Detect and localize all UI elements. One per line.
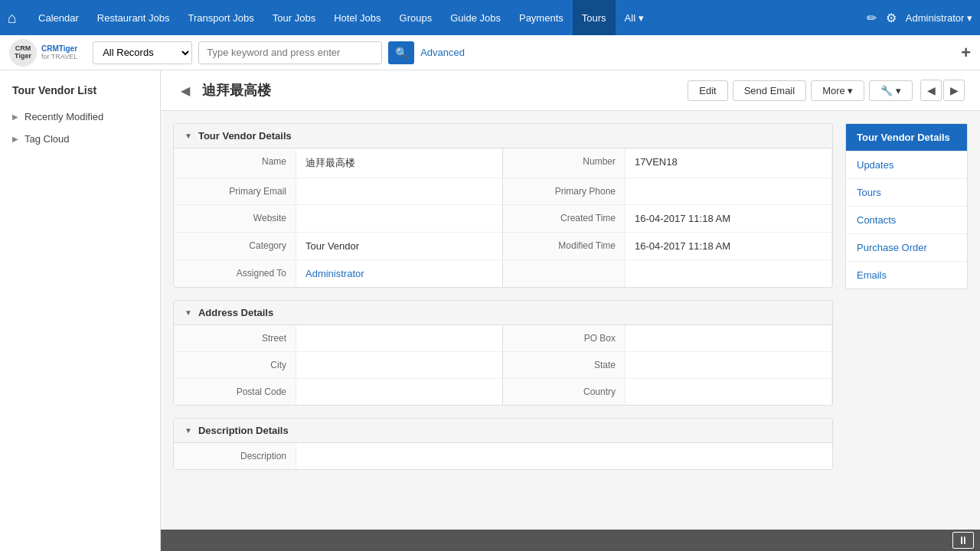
settings-icon[interactable]: ⚙ (886, 11, 897, 25)
name-label: Name (174, 148, 296, 178)
field-row-email-phone: Primary Email Primary Phone (174, 178, 832, 205)
sidebar-item-recently-modified-label: Recently Modified (24, 111, 103, 122)
add-button[interactable]: + (961, 43, 971, 63)
toggle-icon[interactable]: ▼ (185, 132, 192, 140)
field-row-name-number: Name 迪拜最高楼 Number 17VEN18 (174, 148, 832, 178)
nav-item-tours[interactable]: Tours (573, 0, 616, 35)
search-select[interactable]: All Records (93, 41, 192, 64)
tour-vendor-details-header: ▼ Tour Vendor Details (174, 124, 832, 148)
search-bar: CRMTiger CRMTiger for TRAVEL All Records… (0, 35, 980, 70)
sidebar-item-recently-modified[interactable]: ▶ Recently Modified (0, 106, 160, 128)
address-details-body: Street PO Box City State (174, 325, 832, 405)
nav-item-tour-jobs[interactable]: Tour Jobs (263, 0, 325, 35)
postal-code-value (296, 379, 503, 405)
field-row-category-modified: Category Tour Vendor Modified Time 16-04… (174, 233, 832, 260)
nav-item-hotel-jobs[interactable]: Hotel Jobs (325, 0, 390, 35)
edit-icon[interactable]: ✏ (867, 11, 877, 25)
right-panel-item-updates[interactable]: Updates (846, 152, 967, 179)
search-input[interactable] (198, 41, 382, 64)
right-panel-item-purchase-order[interactable]: Purchase Order (846, 234, 967, 262)
prev-record-button[interactable]: ◀ (920, 80, 942, 101)
website-label: Website (174, 205, 296, 232)
sidebar: Tour Vendor List ▶ Recently Modified ▶ T… (0, 70, 161, 551)
logo-image: CRMTiger (9, 39, 37, 67)
description-details-body: Description (174, 443, 832, 469)
send-email-button[interactable]: Send Email (733, 80, 806, 101)
address-details-section: ▼ Address Details Street PO Box (173, 300, 833, 406)
right-panel-item-tours[interactable]: Tours (846, 179, 967, 207)
street-value (296, 325, 503, 351)
nav-item-transport-jobs[interactable]: Transport Jobs (179, 0, 263, 35)
number-value: 17VEN18 (626, 148, 832, 178)
more-button[interactable]: More ▾ (811, 80, 864, 101)
wrench-button[interactable]: 🔧 ▾ (869, 80, 913, 101)
nav-item-all[interactable]: All ▾ (616, 0, 653, 35)
nav-item-guide-jobs[interactable]: Guide Jobs (441, 0, 510, 35)
collapse-button[interactable]: ◀ (176, 82, 194, 99)
description-details-title: Description Details (198, 425, 289, 436)
nav-item-restaurant-jobs[interactable]: Restaurant Jobs (88, 0, 179, 35)
content-header: ◀ 迪拜最高楼 Edit Send Email More ▾ 🔧 ▾ ◀ ▶ (161, 70, 980, 111)
category-label: Category (174, 233, 296, 259)
street-label: Street (174, 325, 296, 351)
address-details-header: ▼ Address Details (174, 301, 832, 325)
country-value (626, 379, 832, 405)
nav-item-calendar[interactable]: Calendar (29, 0, 88, 35)
postal-code-label: Postal Code (174, 379, 296, 405)
field-row-website-created: Website Created Time 16-04-2017 11:18 AM (174, 205, 832, 233)
nav-item-groups[interactable]: Groups (390, 0, 442, 35)
record-title: 迪拜最高楼 (202, 81, 680, 99)
number-label: Number (503, 148, 626, 178)
right-panel-item-contacts[interactable]: Contacts (846, 207, 967, 234)
admin-label[interactable]: Administrator ▾ (906, 12, 972, 24)
pobox-value (626, 325, 832, 351)
edit-button[interactable]: Edit (688, 80, 727, 101)
modified-time-label: Modified Time (503, 233, 626, 259)
next-record-button[interactable]: ▶ (943, 80, 965, 101)
nav-item-payments[interactable]: Payments (510, 0, 573, 35)
field-row-assigned: Assigned To Administrator (174, 260, 832, 287)
action-buttons: Edit Send Email More ▾ 🔧 ▾ (688, 80, 913, 101)
description-details-section: ▼ Description Details Description (173, 418, 833, 470)
field-row-postal-country: Postal Code Country (174, 379, 832, 405)
toggle-icon-addr[interactable]: ▼ (185, 308, 192, 317)
right-panel-item-tour-vendor-details[interactable]: Tour Vendor Details (846, 124, 967, 152)
description-label: Description (174, 443, 296, 469)
description-details-header: ▼ Description Details (174, 419, 832, 443)
created-time-value: 16-04-2017 11:18 AM (626, 205, 832, 232)
toggle-icon-desc[interactable]: ▼ (185, 426, 192, 435)
arrow-icon: ▶ (12, 112, 18, 121)
address-details-title: Address Details (198, 307, 273, 318)
main-layout: Tour Vendor List ▶ Recently Modified ▶ T… (0, 70, 980, 551)
pause-button[interactable]: ⏸ (952, 532, 974, 549)
sidebar-title: Tour Vendor List (0, 78, 160, 103)
right-panel: Tour Vendor Details Updates Tours Contac… (845, 123, 968, 517)
logo-title: CRMTiger (41, 44, 77, 53)
nav-arrows: ◀ ▶ (920, 80, 965, 101)
field-row-city-state: City State (174, 352, 832, 379)
name-value: 迪拜最高楼 (296, 148, 503, 178)
created-time-label: Created Time (503, 205, 626, 232)
nav-right: ✏ ⚙ Administrator ▾ (867, 11, 972, 25)
field-row-description: Description (174, 443, 832, 469)
modified-time-value: 16-04-2017 11:18 AM (626, 233, 832, 259)
content-area: ◀ 迪拜最高楼 Edit Send Email More ▾ 🔧 ▾ ◀ ▶ ▼ (161, 70, 980, 551)
tour-vendor-details-section: ▼ Tour Vendor Details Name 迪拜最高楼 Number … (173, 123, 833, 288)
top-nav: ⌂ Calendar Restaurant Jobs Transport Job… (0, 0, 980, 35)
advanced-link[interactable]: Advanced (420, 47, 465, 58)
primary-email-label: Primary Email (174, 178, 296, 204)
right-panel-item-emails[interactable]: Emails (846, 262, 967, 289)
content-scroll: ▼ Tour Vendor Details Name 迪拜最高楼 Number … (161, 111, 980, 530)
tour-vendor-details-title: Tour Vendor Details (198, 130, 292, 142)
search-button[interactable]: 🔍 (388, 41, 414, 64)
arrow-icon-2: ▶ (12, 135, 18, 143)
empty-value (626, 260, 832, 287)
sidebar-item-tag-cloud[interactable]: ▶ Tag Cloud (0, 128, 160, 150)
field-row-street-pobox: Street PO Box (174, 325, 832, 352)
assigned-to-value[interactable]: Administrator (296, 260, 503, 287)
home-icon[interactable]: ⌂ (8, 9, 17, 27)
empty-label (503, 260, 626, 287)
description-value (296, 443, 832, 469)
assigned-to-label: Assigned To (174, 260, 296, 287)
right-panel-section: Tour Vendor Details Updates Tours Contac… (845, 123, 968, 289)
